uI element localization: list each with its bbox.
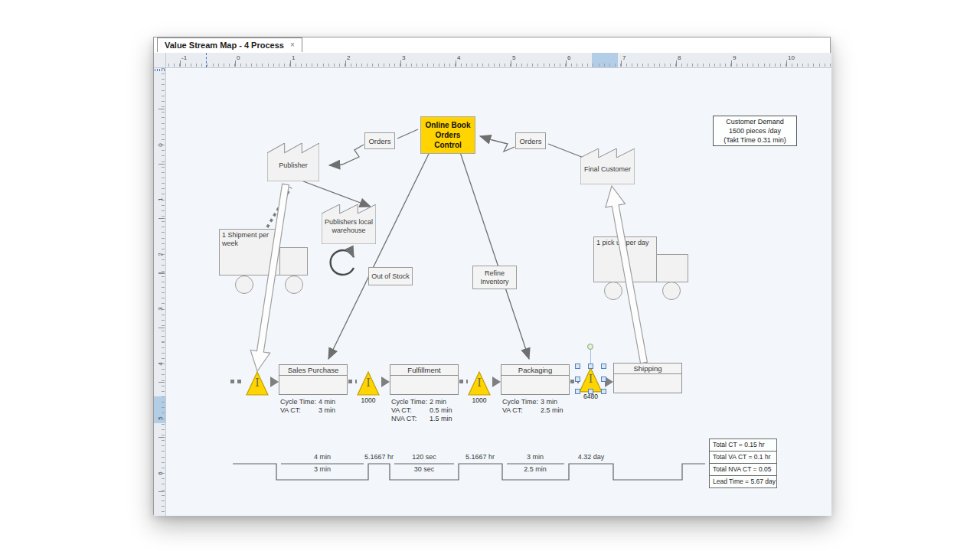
v-ruler-number: 0 xyxy=(157,139,164,152)
stat-label: VA CT: xyxy=(280,406,318,415)
summary-text: Lead Time = 5.67 day xyxy=(713,478,776,485)
timeline-label-upper: 4 min xyxy=(292,453,353,461)
timeline-label-lower: 3 min xyxy=(292,465,353,473)
stat-value: 1.5 min xyxy=(430,415,452,423)
process-packaging[interactable]: Packaging xyxy=(501,364,570,395)
customer-demand-line: (Takt Time 0.31 min) xyxy=(714,135,796,145)
drawing-canvas[interactable]: Online Book Orders Control Orders Orders… xyxy=(166,68,831,516)
stat-label: Cycle Time: xyxy=(391,398,430,406)
timeline-label-upper: 5.1667 hr xyxy=(449,453,511,461)
process-shipping[interactable]: Shipping xyxy=(613,363,682,393)
vertical-ruler[interactable]: 0 1 2 3 4 5 6 7 xyxy=(154,68,166,516)
stat-value: 0.5 min xyxy=(430,406,452,415)
selection-handle-ne[interactable] xyxy=(601,364,606,369)
h-ruler-number: 5 xyxy=(512,54,515,61)
process-title: Fulfillment xyxy=(390,365,458,376)
push-arrow-dots xyxy=(459,380,468,383)
stat-label: NVA CT: xyxy=(391,415,430,423)
inventory-triangle-3[interactable]: I xyxy=(468,371,491,396)
truck-left-body: 1 Shipment per week xyxy=(219,229,280,276)
v-ruler-number: 6 xyxy=(157,468,164,480)
stat-label: Cycle Time: xyxy=(502,398,541,406)
orders-right-label[interactable]: Orders xyxy=(515,132,546,149)
truck-right-cab xyxy=(656,254,688,282)
tab-title: Value Stream Map - 4 Process xyxy=(165,41,284,50)
refine-inventory-label[interactable]: Refine Inventory xyxy=(472,266,517,289)
publisher-label: Publisher xyxy=(267,161,319,170)
control-line: Online Book xyxy=(421,120,475,130)
screenshot-root: Value Stream Map - 4 Process × -1 0 1 2 … xyxy=(0,0,980,551)
warehouse-line: warehouse xyxy=(322,227,376,235)
selection-handle-sw[interactable] xyxy=(575,389,580,394)
selection-handle-w[interactable] xyxy=(575,377,580,382)
warehouse-label: Publishers local warehouse xyxy=(322,218,376,235)
summary-total-va-ct[interactable]: Total VA CT = 0.1 hr xyxy=(709,451,777,464)
orders-left-label[interactable]: Orders xyxy=(364,132,395,149)
selection-handle-se[interactable] xyxy=(601,389,606,394)
inventory-symbol: I xyxy=(468,377,491,388)
h-ruler-number: 4 xyxy=(457,54,460,61)
push-arrowhead xyxy=(381,377,390,387)
tab-close-icon[interactable]: × xyxy=(290,41,295,49)
refine-inventory-text: Inventory xyxy=(473,278,516,286)
h-ruler-number: 6 xyxy=(567,54,570,61)
truck-wheel xyxy=(285,276,303,294)
selection-handle-e[interactable] xyxy=(601,377,606,382)
inventory-triangle-2[interactable]: I xyxy=(357,371,380,396)
h-ruler-number: 9 xyxy=(733,54,736,61)
truck-wheel xyxy=(604,282,622,300)
control-center-box[interactable]: Online Book Orders Control xyxy=(420,116,475,154)
summary-text: Total CT = 0.15 hr xyxy=(713,441,765,448)
truck-right-label: 1 pick up per day xyxy=(596,239,649,246)
stat-value: 4 min xyxy=(318,398,335,406)
customer-demand-box[interactable]: Customer Demand 1500 pieces /day (Takt T… xyxy=(713,116,797,146)
inventory-triangle-1[interactable]: I xyxy=(246,371,269,396)
control-line: Control xyxy=(421,140,475,150)
selection-handle-nw[interactable] xyxy=(575,364,580,369)
publisher-factory[interactable]: Publisher xyxy=(267,143,319,181)
summary-total-ct[interactable]: Total CT = 0.15 hr xyxy=(709,439,777,452)
stats-fulfillment: Cycle Time:2 min VA CT:0.5 min NVA CT:1.… xyxy=(391,398,452,423)
process-title: Sales Purchase xyxy=(279,365,347,376)
out-of-stock-text: Out of Stock xyxy=(371,272,410,280)
push-arrow-dots xyxy=(348,380,357,383)
push-arrowhead xyxy=(270,377,279,387)
h-ruler-number: 0 xyxy=(237,54,240,61)
h-ruler-number: -1 xyxy=(181,54,187,61)
final-customer-factory[interactable]: Final Customer xyxy=(580,148,635,184)
timeline-label-upper: 3 min xyxy=(505,453,566,461)
stat-label: VA CT: xyxy=(502,406,541,415)
selection-handle-s[interactable] xyxy=(588,389,593,394)
rotation-handle[interactable] xyxy=(587,344,593,350)
inventory-symbol: I xyxy=(357,377,380,388)
truck-wheel xyxy=(662,282,681,300)
summary-total-nva-ct[interactable]: Total NVA CT = 0.05 hr xyxy=(709,463,777,476)
tab-value-stream-map[interactable]: Value Stream Map - 4 Process × xyxy=(157,37,302,52)
inventory-count: 1000 xyxy=(357,396,380,404)
summary-lead-time[interactable]: Lead Time = 5.67 day xyxy=(709,475,777,488)
process-sales-purchase[interactable]: Sales Purchase xyxy=(279,364,348,395)
stat-label: VA CT: xyxy=(391,406,430,415)
refine-inventory-text: Refine xyxy=(473,269,516,278)
process-fulfillment[interactable]: Fulfillment xyxy=(390,364,459,395)
h-ruler-number: 8 xyxy=(678,54,681,61)
stat-value: 3 min xyxy=(318,406,335,415)
h-ruler-number: 2 xyxy=(347,54,350,61)
loop-arrow-icon xyxy=(331,250,354,275)
inventory-count: 1000 xyxy=(468,396,491,404)
push-arrowhead xyxy=(492,377,501,387)
stat-value: 2.5 min xyxy=(541,406,564,415)
h-ruler-major-ticks xyxy=(180,60,831,67)
inventory-symbol: I xyxy=(579,373,603,384)
arrow-publisher-to-warehouse xyxy=(299,180,371,207)
info-arrow-orders-to-control xyxy=(480,136,514,152)
horizontal-ruler[interactable]: -1 0 1 2 3 4 5 6 7 8 9 10 11 xyxy=(166,53,831,68)
warehouse-factory[interactable]: Publishers local warehouse xyxy=(322,204,376,244)
process-title: Shipping xyxy=(614,364,681,374)
out-of-stock-label[interactable]: Out of Stock xyxy=(368,267,413,285)
customer-demand-line: 1500 pieces /day xyxy=(714,126,796,135)
page-guide-line xyxy=(206,53,207,67)
vsm-app-window: Value Stream Map - 4 Process × -1 0 1 2 … xyxy=(153,37,831,515)
tab-bar: Value Stream Map - 4 Process × xyxy=(154,37,830,53)
selection-handle-n[interactable] xyxy=(588,364,593,369)
